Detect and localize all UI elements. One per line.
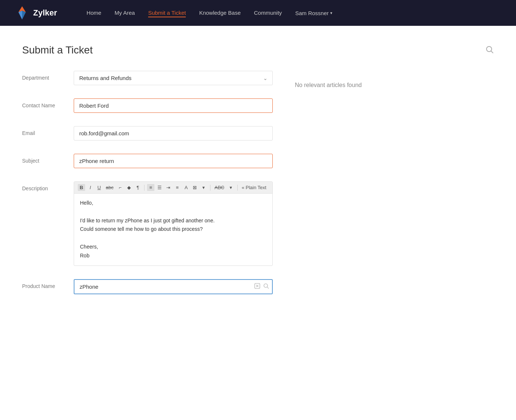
nav-link-my-area[interactable]: My Area bbox=[115, 10, 135, 16]
product-name-control bbox=[74, 279, 273, 294]
page-wrapper: Submit a Ticket Department Returns and R… bbox=[0, 26, 516, 420]
contact-name-input[interactable] bbox=[74, 98, 273, 113]
navbar: Zylker Home My Area Submit a Ticket Know… bbox=[0, 0, 516, 26]
toolbar-plain-text-button[interactable]: « Plain Text bbox=[240, 184, 268, 191]
form-right: No relevant articles found bbox=[295, 71, 494, 308]
editor-toolbar: B I U abc ⌐ ◆ ¶ ≡ ☰ ⇥ ≡ A bbox=[74, 182, 272, 194]
brand-logo-icon bbox=[15, 6, 29, 20]
nav-link-submit-ticket[interactable]: Submit a Ticket bbox=[148, 10, 186, 17]
svg-point-8 bbox=[264, 284, 268, 288]
nav-item-my-area[interactable]: My Area bbox=[115, 10, 135, 16]
toolbar-more-button[interactable]: ▾ bbox=[200, 184, 208, 191]
department-label: Department bbox=[22, 71, 74, 82]
product-name-label: Product Name bbox=[22, 279, 74, 290]
contact-name-label: Contact Name bbox=[22, 98, 74, 110]
svg-line-4 bbox=[491, 51, 494, 53]
svg-point-3 bbox=[487, 46, 492, 52]
toolbar-separator-3 bbox=[237, 185, 238, 191]
user-name: Sam Rossner bbox=[295, 10, 329, 16]
product-input-icons bbox=[254, 283, 269, 290]
toolbar-italic-button[interactable]: I bbox=[87, 184, 94, 191]
subject-row: Subject bbox=[22, 154, 273, 168]
brand-name: Zylker bbox=[33, 8, 57, 18]
svg-marker-2 bbox=[22, 11, 26, 20]
toolbar-format-button[interactable]: ¶ bbox=[134, 184, 142, 191]
toolbar-bold-button[interactable]: B bbox=[78, 184, 85, 191]
toolbar-indent-button[interactable]: ⌐ bbox=[116, 184, 124, 191]
form-layout: Department Returns and Refunds ⌄ Contact… bbox=[22, 71, 494, 308]
toolbar-spellcheck-button[interactable]: ABC bbox=[213, 184, 226, 191]
email-control bbox=[74, 126, 273, 140]
toolbar-strikethrough-button[interactable]: abc bbox=[104, 184, 115, 191]
toolbar-font-button[interactable]: A bbox=[182, 184, 190, 191]
nav-item-community[interactable]: Community bbox=[254, 10, 282, 16]
toolbar-align-left-button[interactable]: ≡ bbox=[147, 184, 154, 191]
contact-name-control bbox=[74, 98, 273, 113]
department-select[interactable]: Returns and Refunds bbox=[74, 71, 273, 85]
email-input[interactable] bbox=[74, 126, 273, 140]
search-icon[interactable] bbox=[486, 46, 494, 56]
toolbar-indent-in-button[interactable]: ⇥ bbox=[165, 184, 172, 191]
toolbar-separator-2 bbox=[210, 185, 210, 191]
page-title: Submit a Ticket bbox=[22, 44, 494, 56]
toolbar-color-button[interactable]: ◆ bbox=[125, 184, 133, 191]
product-name-row: Product Name bbox=[22, 279, 273, 294]
svg-line-9 bbox=[267, 287, 269, 289]
editor-body[interactable]: Hello, I'd like to return my zPhone as I… bbox=[74, 194, 272, 265]
toolbar-list-button[interactable]: ☰ bbox=[156, 184, 163, 191]
email-label: Email bbox=[22, 126, 74, 137]
form-left: Department Returns and Refunds ⌄ Contact… bbox=[22, 71, 273, 308]
nav-links: Home My Area Submit a Ticket Knowledge B… bbox=[87, 10, 332, 16]
toolbar-separator-1 bbox=[144, 185, 144, 191]
subject-label: Subject bbox=[22, 154, 74, 165]
product-name-input[interactable] bbox=[74, 279, 273, 294]
nav-item-submit-ticket[interactable]: Submit a Ticket bbox=[148, 10, 186, 16]
product-search-icon[interactable] bbox=[263, 283, 269, 290]
contact-name-row: Contact Name bbox=[22, 98, 273, 113]
product-clear-icon[interactable] bbox=[254, 283, 260, 290]
toolbar-justify-button[interactable]: ≡ bbox=[174, 184, 181, 191]
nav-link-knowledge-base[interactable]: Knowledge Base bbox=[199, 10, 241, 16]
brand[interactable]: Zylker bbox=[15, 6, 57, 20]
user-menu-chevron-icon: ▾ bbox=[330, 11, 332, 15]
nav-item-home[interactable]: Home bbox=[87, 10, 101, 16]
svg-marker-1 bbox=[18, 11, 22, 20]
email-row: Email bbox=[22, 126, 273, 140]
department-select-wrapper: Returns and Refunds ⌄ bbox=[74, 71, 273, 85]
editor-wrapper: B I U abc ⌐ ◆ ¶ ≡ ☰ ⇥ ≡ A bbox=[74, 181, 273, 266]
nav-link-community[interactable]: Community bbox=[254, 10, 282, 16]
no-articles-text: No relevant articles found bbox=[295, 78, 494, 88]
nav-item-knowledge-base[interactable]: Knowledge Base bbox=[199, 10, 241, 16]
toolbar-image-button[interactable]: ⊠ bbox=[191, 184, 199, 191]
toolbar-underline-button[interactable]: U bbox=[95, 184, 103, 191]
department-control: Returns and Refunds ⌄ bbox=[74, 71, 273, 85]
description-label: Description bbox=[22, 181, 74, 192]
toolbar-spellcheck-dropdown-button[interactable]: ▾ bbox=[227, 184, 235, 191]
subject-input[interactable] bbox=[74, 154, 273, 168]
nav-item-user[interactable]: Sam Rossner ▾ bbox=[295, 10, 332, 16]
nav-link-home[interactable]: Home bbox=[87, 10, 101, 16]
description-control: B I U abc ⌐ ◆ ¶ ≡ ☰ ⇥ ≡ A bbox=[74, 181, 273, 266]
product-input-wrapper bbox=[74, 279, 273, 294]
description-row: Description B I U abc ⌐ ◆ ¶ ≡ bbox=[22, 181, 273, 266]
department-row: Department Returns and Refunds ⌄ bbox=[22, 71, 273, 85]
subject-control bbox=[74, 154, 273, 168]
